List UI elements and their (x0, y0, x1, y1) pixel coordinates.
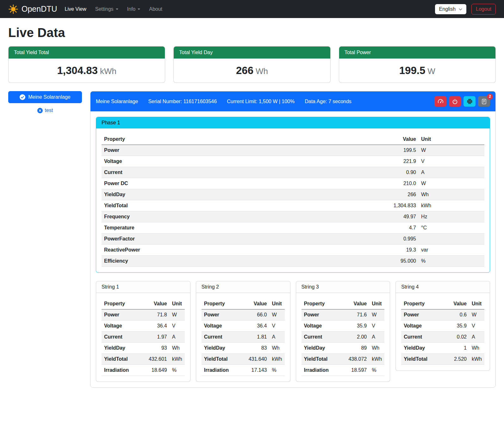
value-cell: 210.0 (384, 178, 419, 189)
value-cell: 71.8 (144, 309, 170, 321)
brand[interactable]: OpenDTU (8, 4, 57, 14)
property-cell: Irradiation (302, 365, 344, 376)
unit-cell: kWh (170, 354, 185, 365)
unit-cell: W (369, 309, 384, 321)
summary-card-title: Total Yield Total (9, 47, 165, 59)
table-row: Voltage36.4V (102, 321, 185, 332)
property-cell: Power (202, 309, 244, 321)
nav-live-view[interactable]: Live View (60, 4, 91, 15)
gauge-icon (438, 98, 444, 104)
property-cell: Voltage (302, 321, 344, 332)
column-header-value: Value (444, 298, 469, 309)
unit-cell: V (270, 321, 285, 332)
string-card-body: Property Value Unit Power71.8WVoltage36.… (96, 293, 190, 382)
unit-cell: kWh (419, 200, 484, 211)
unit-cell: Wh (170, 343, 185, 354)
column-header-unit: Unit (369, 298, 384, 309)
table-row: YieldDay89Wh (302, 343, 385, 354)
brand-name: OpenDTU (22, 4, 57, 14)
value-cell: 266 (384, 189, 419, 200)
logout-button[interactable]: Logout (471, 4, 496, 15)
language-select[interactable]: English (435, 4, 466, 14)
unit-cell: V (419, 156, 484, 167)
column-header-value: Value (344, 298, 369, 309)
table-row: Voltage35.9V (401, 321, 484, 332)
value-cell: 1 (444, 343, 469, 354)
nav-live-view-label: Live View (65, 6, 86, 12)
inverter-actions: 2 (434, 96, 490, 107)
device-info-button[interactable] (464, 96, 476, 107)
string-card-title: String 4 (396, 281, 490, 293)
limit-settings-button[interactable] (434, 96, 446, 107)
summary-card-title: Total Yield Day (174, 47, 330, 59)
table-header-row: Property Value Unit (202, 298, 285, 309)
table-row: Current0.90A (102, 167, 484, 178)
table-header-row: Property Value Unit (401, 298, 484, 309)
inverter-sidebar: Meine Solaranlage test (8, 91, 82, 113)
summary-value: 1,304.83 (57, 65, 97, 76)
property-cell: Current (302, 332, 344, 343)
table-row: Current1.97A (102, 332, 185, 343)
property-cell: Power DC (102, 178, 384, 189)
inverter-select-button[interactable]: Meine Solaranlage (8, 91, 82, 103)
property-cell: Current (401, 332, 444, 343)
event-count-badge: 2 (487, 94, 493, 100)
column-header-unit: Unit (469, 298, 484, 309)
table-row: YieldDay83Wh (202, 343, 285, 354)
unit-cell: A (419, 167, 484, 178)
summary-value: 199.5 (399, 65, 426, 76)
summary-card-total-yield-day: Total Yield Day 266Wh (173, 46, 330, 83)
table-row: Efficiency95.000% (102, 256, 484, 267)
nav-about[interactable]: About (145, 4, 167, 15)
unit-cell: A (369, 332, 384, 343)
property-cell: Voltage (102, 156, 384, 167)
property-cell: Current (202, 332, 244, 343)
table-row: Irradiation18.649% (102, 365, 185, 376)
event-log-button[interactable]: 2 (478, 96, 490, 107)
property-cell: YieldTotal (202, 354, 244, 365)
inverter-button-label: Meine Solaranlage (28, 94, 70, 100)
unit-cell: var (419, 245, 484, 256)
phase-table: Property Value Unit Power199.5WVoltage22… (102, 134, 484, 267)
summary-card-total-power: Total Power 199.5W (339, 46, 496, 83)
unit-cell: A (170, 332, 185, 343)
table-row: YieldTotal1,304.833kWh (102, 200, 484, 211)
string-card-body: Property Value Unit Power0.6WVoltage35.9… (396, 293, 490, 371)
sun-logo-icon (8, 4, 18, 14)
string-table: Property Value Unit Power0.6WVoltage35.9… (401, 298, 484, 365)
language-select-value: English (439, 6, 456, 12)
summary-unit: W (427, 66, 435, 76)
string-card-body: Property Value Unit Power71.6WVoltage35.… (296, 293, 390, 382)
inverter-name: Meine Solaranlage (96, 99, 138, 104)
inverter-panel: Meine Solaranlage Serial Number: 1161716… (90, 91, 496, 388)
unit-cell: A (270, 332, 285, 343)
property-cell: Irradiation (102, 365, 144, 376)
value-cell: 1.81 (244, 332, 270, 343)
table-header-row: Property Value Unit (102, 134, 484, 145)
string-card-body: Property Value Unit Power66.0WVoltage36.… (196, 293, 290, 382)
table-row: YieldTotal438.072kWh (302, 354, 385, 365)
column-header-property: Property (401, 298, 444, 309)
inverter-serial: Serial Number: 116171603546 (148, 99, 217, 104)
property-cell: YieldTotal (102, 200, 384, 211)
column-header-property: Property (202, 298, 244, 309)
inverter-select-test[interactable]: test (8, 108, 82, 113)
table-header-row: Property Value Unit (102, 298, 185, 309)
value-cell: 36.4 (244, 321, 270, 332)
property-cell: Power (401, 309, 444, 321)
page-content: Live Data Total Yield Total 1,304.83kWh … (0, 18, 504, 396)
value-cell: 0.02 (444, 332, 469, 343)
property-cell: YieldTotal (401, 354, 444, 365)
nav-settings-label: Settings (95, 6, 114, 12)
nav-settings[interactable]: Settings (91, 4, 123, 15)
property-cell: Current (102, 167, 384, 178)
power-button[interactable] (449, 96, 461, 107)
value-cell: 71.6 (344, 309, 369, 321)
value-cell: 83 (244, 343, 270, 354)
property-cell: YieldDay (102, 189, 384, 200)
nav-info[interactable]: Info (123, 4, 145, 15)
inverter-data-age: Data Age: 7 seconds (305, 99, 352, 104)
unit-cell: W (469, 309, 484, 321)
table-row: Power71.6W (302, 309, 385, 321)
property-cell: YieldTotal (102, 354, 144, 365)
